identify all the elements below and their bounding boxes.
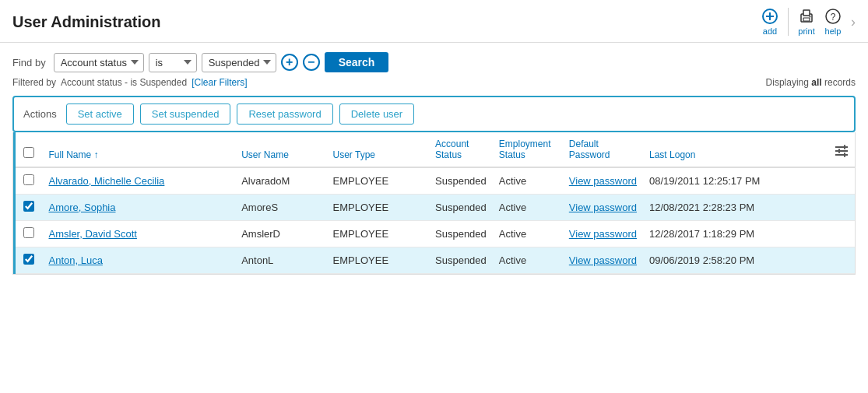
row-usertype: EMPLOYEE: [327, 247, 430, 274]
set-active-button[interactable]: Set active: [66, 104, 134, 125]
table-row: Amore, Sophia AmoreS EMPLOYEE Suspended …: [15, 195, 856, 221]
row-checkbox[interactable]: [23, 201, 34, 212]
find-by-label: Find by: [12, 57, 46, 68]
row-fullname: Amsler, David Scott: [43, 221, 236, 247]
set-suspended-button[interactable]: Set suspended: [140, 104, 231, 125]
displaying-label: Displaying: [766, 77, 809, 88]
table-row: Alvarado, Michelle Cecilia AlvaradoM EMP…: [15, 167, 856, 195]
svg-rect-11: [835, 154, 848, 156]
svg-rect-14: [844, 153, 845, 157]
row-defaultpassword: View password: [563, 167, 643, 195]
row-accountstatus: Suspended: [429, 221, 493, 247]
find-by-field-select[interactable]: Account status User Name Full Name User …: [54, 53, 144, 72]
row-employmentstatus: Active: [493, 167, 563, 195]
row-checkbox-cell: [15, 247, 43, 274]
reset-password-button[interactable]: Reset password: [237, 104, 332, 125]
select-all-checkbox[interactable]: [23, 147, 34, 158]
row-defaultpassword: View password: [563, 195, 643, 221]
more-button[interactable]: ›: [851, 14, 856, 30]
row-options-cell: [828, 221, 855, 247]
row-usertype: EMPLOYEE: [327, 195, 430, 221]
svg-rect-10: [835, 150, 848, 152]
row-fullname: Alvarado, Michelle Cecilia: [43, 167, 236, 195]
row-checkbox[interactable]: [23, 254, 34, 265]
svg-point-6: [810, 16, 811, 18]
row-lastlogon: 12/08/2021 2:28:23 PM: [643, 195, 828, 221]
col-employmentstatus: Employment Status: [493, 132, 563, 167]
row-employmentstatus: Active: [493, 247, 563, 274]
operator-select[interactable]: is is not: [149, 53, 197, 72]
print-button[interactable]: print: [798, 8, 815, 36]
col-accountstatus: Account Status: [429, 132, 493, 167]
svg-rect-12: [844, 145, 845, 149]
row-checkbox[interactable]: [23, 227, 34, 238]
row-usertype: EMPLOYEE: [327, 167, 430, 195]
add-filter-button[interactable]: +: [281, 54, 298, 71]
table-row: Anton, Luca AntonL EMPLOYEE Suspended Ac…: [15, 247, 856, 274]
view-password-link[interactable]: View password: [569, 202, 637, 213]
row-options-cell: [828, 247, 855, 274]
header-divider: [788, 8, 789, 36]
row-employmentstatus: Active: [493, 221, 563, 247]
add-label: add: [763, 26, 777, 36]
actions-label: Actions: [23, 108, 57, 120]
row-options-cell: [828, 167, 855, 195]
row-username: AlvaradoM: [235, 167, 326, 195]
filter-info-row: Filtered by Account status - is Suspende…: [0, 75, 868, 96]
row-accountstatus: Suspended: [429, 247, 493, 274]
data-table: Full Name ↑ User Name User Type Account …: [13, 132, 855, 274]
clear-filters-link[interactable]: [Clear Filters]: [192, 77, 247, 88]
row-options-cell: [828, 195, 855, 221]
svg-rect-5: [803, 18, 810, 21]
filtered-by-label: Filtered by: [12, 77, 56, 88]
value-select[interactable]: Suspended Active Inactive: [202, 53, 276, 72]
svg-text:?: ?: [831, 12, 836, 23]
view-password-link[interactable]: View password: [569, 175, 637, 187]
col-lastlogon: Last Logon: [643, 132, 828, 167]
row-defaultpassword: View password: [563, 247, 643, 274]
col-defaultpassword: Default Password: [563, 132, 643, 167]
row-checkbox[interactable]: [23, 174, 34, 185]
print-label: print: [798, 26, 814, 36]
remove-filter-button[interactable]: −: [303, 54, 320, 71]
table-row: Amsler, David Scott AmslerD EMPLOYEE Sus…: [15, 221, 856, 247]
search-button[interactable]: Search: [325, 52, 389, 72]
row-fullname: Anton, Luca: [43, 247, 236, 274]
row-accountstatus: Suspended: [429, 195, 493, 221]
col-options[interactable]: [828, 132, 855, 167]
row-lastlogon: 12/28/2017 1:18:29 PM: [643, 221, 828, 247]
row-lastlogon: 09/06/2019 2:58:20 PM: [643, 247, 828, 274]
fullname-link[interactable]: Anton, Luca: [49, 254, 103, 266]
row-username: AntonL: [235, 247, 326, 274]
displaying-info: Displaying all records: [766, 77, 856, 88]
delete-user-button[interactable]: Delete user: [339, 104, 414, 125]
help-button[interactable]: ? help: [824, 8, 842, 36]
row-username: AmslerD: [235, 221, 326, 247]
header: User Administration add print ?: [0, 0, 868, 43]
row-checkbox-cell: [15, 195, 43, 221]
page-title: User Administration: [12, 13, 160, 31]
svg-rect-9: [835, 146, 848, 148]
fullname-link[interactable]: Amore, Sophia: [49, 202, 116, 213]
table-header-row: Full Name ↑ User Name User Type Account …: [15, 132, 856, 167]
displaying-suffix: records: [824, 77, 856, 88]
row-username: AmoreS: [235, 195, 326, 221]
filter-row: Find by Account status User Name Full Na…: [0, 43, 868, 75]
row-accountstatus: Suspended: [429, 167, 493, 195]
row-fullname: Amore, Sophia: [43, 195, 236, 221]
filter-description: Account status - is Suspended: [61, 77, 187, 88]
col-username: User Name: [235, 132, 326, 167]
displaying-modifier: all: [811, 77, 821, 88]
filter-info-left: Filtered by Account status - is Suspende…: [12, 77, 247, 88]
svg-rect-4: [803, 10, 810, 16]
add-button[interactable]: add: [761, 8, 778, 36]
row-lastlogon: 08/19/2011 12:25:17 PM: [643, 167, 828, 195]
help-label: help: [825, 26, 842, 36]
data-table-wrapper: Full Name ↑ User Name User Type Account …: [12, 132, 856, 275]
fullname-link[interactable]: Amsler, David Scott: [49, 228, 137, 240]
col-fullname[interactable]: Full Name ↑: [43, 132, 236, 167]
select-all-header: [15, 132, 43, 167]
view-password-link[interactable]: View password: [569, 254, 637, 266]
view-password-link[interactable]: View password: [569, 228, 637, 240]
fullname-link[interactable]: Alvarado, Michelle Cecilia: [49, 175, 165, 187]
